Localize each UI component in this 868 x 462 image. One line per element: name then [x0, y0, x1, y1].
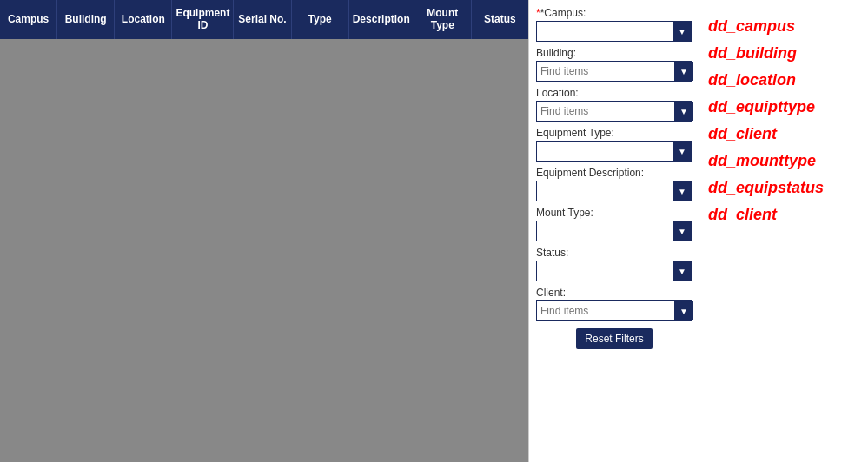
- dd-equipstatus[interactable]: ▼: [536, 261, 692, 281]
- dd-client2-input[interactable]: [537, 301, 674, 320]
- col-status: Status: [472, 0, 528, 39]
- dd-mounttype-arrow[interactable]: ▼: [673, 221, 692, 241]
- campus-filter-group: **Campus: ▼: [536, 7, 692, 42]
- annotation-dd-mounttype: dd_mounttype: [708, 152, 859, 170]
- campus-label: **Campus:: [536, 7, 692, 19]
- annotation-dd-campus: dd_campus: [708, 17, 859, 36]
- mount-type-filter-group: Mount Type: ▼: [536, 207, 692, 241]
- annotation-dd-client: dd_client: [708, 125, 859, 143]
- annotation-area: dd_campus dd_building dd_location dd_equ…: [699, 0, 868, 462]
- building-label: Building:: [536, 47, 692, 59]
- annotation-dd-equipstatus: dd_equipstatus: [708, 179, 859, 197]
- dd-building[interactable]: ▼: [536, 61, 692, 82]
- table-body: [0, 39, 528, 462]
- col-type: Type: [292, 0, 349, 39]
- col-location: Location: [115, 0, 172, 39]
- location-filter-group: Location: ▼: [536, 87, 692, 122]
- col-description: Description: [349, 0, 414, 39]
- dd-client[interactable]: ▼: [536, 181, 692, 201]
- client-label: Client:: [536, 287, 692, 299]
- location-label: Location:: [536, 87, 692, 99]
- dd-equipstatus-arrow[interactable]: ▼: [673, 261, 692, 280]
- equipment-type-label: Equipment Type:: [536, 127, 692, 139]
- table-header: Campus Building Location Equipment ID Se…: [0, 0, 528, 39]
- annotation-dd-location: dd_location: [708, 71, 859, 89]
- dd-client2[interactable]: ▼: [536, 300, 692, 321]
- dd-location-input[interactable]: [537, 102, 674, 121]
- dd-mounttype[interactable]: ▼: [536, 221, 692, 241]
- mount-type-label: Mount Type:: [536, 207, 692, 219]
- dd-location-arrow[interactable]: ▼: [674, 102, 693, 121]
- dd-equipttype[interactable]: ▼: [536, 141, 692, 162]
- annotation-dd-building: dd_building: [708, 44, 859, 63]
- col-mount-type: Mount Type: [414, 0, 472, 39]
- equipment-type-filter-group: Equipment Type: ▼: [536, 127, 692, 162]
- col-campus: Campus: [0, 0, 57, 39]
- dd-client-arrow[interactable]: ▼: [673, 182, 692, 201]
- building-filter-group: Building: ▼: [536, 47, 692, 82]
- dd-location[interactable]: ▼: [536, 101, 692, 122]
- col-equipment-id: Equipment ID: [172, 0, 234, 39]
- equipment-desc-filter-group: Equipment Description: ▼: [536, 167, 692, 201]
- dd-building-input[interactable]: [537, 62, 674, 81]
- client-filter-group: Client: ▼: [536, 287, 692, 321]
- annotation-dd-client2: dd_client: [708, 206, 859, 224]
- filter-panel: **Campus: ▼ Building: ▼ Location: ▼ Equi…: [528, 0, 699, 462]
- table-area: Campus Building Location Equipment ID Se…: [0, 0, 528, 462]
- status-filter-group: Status: ▼: [536, 247, 692, 281]
- dd-client2-arrow[interactable]: ▼: [674, 301, 693, 320]
- equipment-desc-label: Equipment Description:: [536, 167, 692, 179]
- dd-equipttype-arrow[interactable]: ▼: [673, 142, 692, 161]
- dd-campus-arrow[interactable]: ▼: [673, 22, 692, 41]
- status-label: Status:: [536, 247, 692, 259]
- col-serial-no: Serial No.: [234, 0, 291, 39]
- annotation-dd-equipttype: dd_equipttype: [708, 98, 859, 116]
- reset-filters-button[interactable]: Reset Filters: [576, 328, 652, 349]
- dd-campus[interactable]: ▼: [536, 21, 692, 42]
- col-building: Building: [57, 0, 115, 39]
- dd-building-arrow[interactable]: ▼: [674, 62, 693, 81]
